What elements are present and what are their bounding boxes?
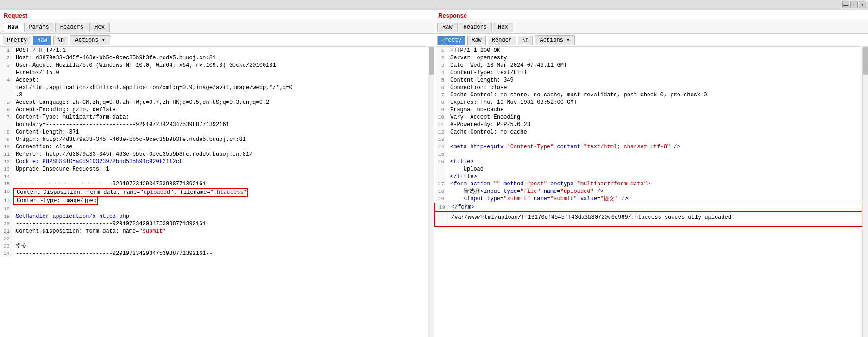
tab-response-hex[interactable]: Hex <box>493 23 513 32</box>
line-content: Cache-Control: no-cache <box>447 128 527 136</box>
response-scrollbar[interactable] <box>862 47 868 337</box>
line-content: Content-Type: image/jpeg <box>13 197 98 205</box>
request-tab-bar: Raw Params Headers Hex <box>0 21 434 34</box>
tab-request-raw[interactable]: Raw <box>3 23 23 32</box>
line-number <box>435 212 448 226</box>
request-in-btn[interactable]: \n <box>53 36 68 45</box>
line-content: </title> <box>447 173 477 180</box>
line-number: 19 <box>435 203 448 211</box>
line-number: 8 <box>434 99 447 106</box>
line-content: Expires: Thu, 19 Nov 1981 08:52:00 GMT <box>447 99 577 106</box>
line-number: 24 <box>0 250 13 257</box>
table-row: </title> <box>434 173 862 180</box>
line-number: 9 <box>434 106 447 114</box>
line-number: 5 <box>434 76 447 84</box>
table-row: 19 SetHandler application/x-httpd-php <box>0 213 428 220</box>
line-content: Date: Wed, 13 Mar 2024 07:46:11 GMT <box>447 62 567 69</box>
table-row: 10 Vary: Accept-Encoding <box>434 114 862 121</box>
line-number: 16 <box>434 158 447 165</box>
table-row: 6 Accept-Encoding: gzip, deflate <box>0 106 428 114</box>
line-content: </form> <box>448 203 474 211</box>
line-number: 17 <box>0 197 13 205</box>
maximize-button[interactable]: □ <box>850 1 858 8</box>
line-number: 3 <box>434 62 447 69</box>
response-panel: Response Raw Headers Hex Pretty Raw Rend… <box>434 10 868 337</box>
table-row: Firefox/115.0 <box>0 69 428 76</box>
response-content[interactable]: 1 HTTP/1.1 200 OK 2 Server: openresty 3 … <box>434 47 868 337</box>
line-content: Upgrade-Insecure-Requests: 1 <box>13 165 109 173</box>
line-number: 2 <box>0 54 13 62</box>
response-tab-bar: Raw Headers Hex <box>434 21 868 34</box>
request-pretty-btn[interactable]: Pretty <box>3 36 31 45</box>
line-content: Content-Disposition: form-data; name="su… <box>13 228 166 235</box>
line-content: User-Agent: Mozilla/5.0 (Windows NT 10.0… <box>13 62 276 69</box>
request-actions-btn[interactable]: Actions ▾ <box>70 35 110 45</box>
table-row: 11 Referer: http://d3879a33-345f-463e-bb… <box>0 151 428 158</box>
line-number: 2 <box>434 54 447 62</box>
request-header: Request <box>0 10 434 21</box>
request-content[interactable]: 1 POST / HTTP/1.1 2 Host: d3879a33-345f-… <box>0 47 434 337</box>
line-content: Accept-Encoding: gzip, deflate <box>13 106 116 114</box>
line-content: POST / HTTP/1.1 <box>13 47 66 54</box>
tab-response-raw[interactable]: Raw <box>437 23 458 32</box>
line-content: Cookie: PHPSESSID=a0d910323972bbd515b91c… <box>13 158 182 165</box>
line-content: <form action="" method="post" enctype="m… <box>447 180 650 188</box>
line-content <box>13 235 16 242</box>
line-number <box>434 165 447 173</box>
response-toolbar: Pretty Raw Render \n Actions ▾ <box>434 34 868 47</box>
line-number: 22 <box>0 235 13 242</box>
line-number: 20 <box>0 220 13 228</box>
line-content: Firefox/115.0 <box>13 69 59 76</box>
response-in-btn[interactable]: \n <box>518 36 533 45</box>
line-number: 16 <box>0 188 13 197</box>
line-number: 9 <box>0 136 13 143</box>
line-content: Cache-Control: no-store, no-cache, must-… <box>447 91 707 99</box>
line-content <box>13 173 16 180</box>
line-content: Connection: close <box>447 84 507 91</box>
table-row: 1 HTTP/1.1 200 OK <box>434 47 862 54</box>
line-content <box>13 205 16 213</box>
close-button[interactable]: × <box>859 1 866 8</box>
table-row: 7 Cache-Control: no-store, no-cache, mus… <box>434 91 862 99</box>
line-number: 12 <box>434 128 447 136</box>
request-raw-btn[interactable]: Raw <box>33 36 51 45</box>
line-number: 12 <box>0 158 13 165</box>
response-pretty-btn[interactable]: Pretty <box>437 36 465 45</box>
line-content: Content-Length: 371 <box>13 128 79 136</box>
tab-request-hex[interactable]: Hex <box>89 23 110 32</box>
minimize-button[interactable]: — <box>842 1 849 8</box>
response-actions-btn[interactable]: Actions ▾ <box>535 35 575 45</box>
line-content: Accept: <box>13 76 39 84</box>
line-content <box>447 136 450 143</box>
table-row: text/html,application/xhtml+xml,applicat… <box>0 84 428 91</box>
table-row: 15 -----------------------------92919723… <box>0 180 428 188</box>
line-content: Origin: http://d3879a33-345f-463e-bb5c-0… <box>13 136 246 143</box>
line-number: 10 <box>434 114 447 121</box>
line-content: -----------------------------92919723429… <box>13 250 213 257</box>
line-number: 4 <box>0 76 13 84</box>
line-content: <title> <box>447 158 473 165</box>
line-number: 21 <box>0 228 13 235</box>
table-row: 17 <form action="" method="post" enctype… <box>434 180 862 188</box>
response-raw-btn[interactable]: Raw <box>467 36 486 45</box>
response-redbox-area: 19 </form> /var/www/html/upload/ff13170d… <box>434 203 862 227</box>
table-row: 9 Origin: http://d3879a33-345f-463e-bb5c… <box>0 136 428 143</box>
tab-response-headers[interactable]: Headers <box>459 23 492 32</box>
request-toolbar: Pretty Raw \n Actions ▾ <box>0 34 434 47</box>
table-row: 21 Content-Disposition: form-data; name=… <box>0 228 428 235</box>
table-row: 17 Content-Type: image/jpeg <box>0 197 428 205</box>
line-number <box>434 173 447 180</box>
line-content: text/html,application/xhtml+xml,applicat… <box>13 84 293 91</box>
request-scrollbar[interactable] <box>428 47 434 337</box>
line-content: Upload <box>447 165 484 173</box>
tab-request-params[interactable]: Params <box>24 23 54 32</box>
line-number: 19 <box>434 195 447 203</box>
table-row: 3 User-Agent: Mozilla/5.0 (Windows NT 10… <box>0 62 428 69</box>
line-content: Pragma: no-cache <box>447 106 503 114</box>
response-render-btn[interactable]: Render <box>488 36 516 45</box>
table-row: 23 提交 <box>0 242 428 250</box>
table-row: 10 Connection: close <box>0 143 428 151</box>
tab-request-headers[interactable]: Headers <box>55 23 88 32</box>
request-lines: 1 POST / HTTP/1.1 2 Host: d3879a33-345f-… <box>0 47 428 337</box>
line-content: Connection: close <box>13 143 72 151</box>
